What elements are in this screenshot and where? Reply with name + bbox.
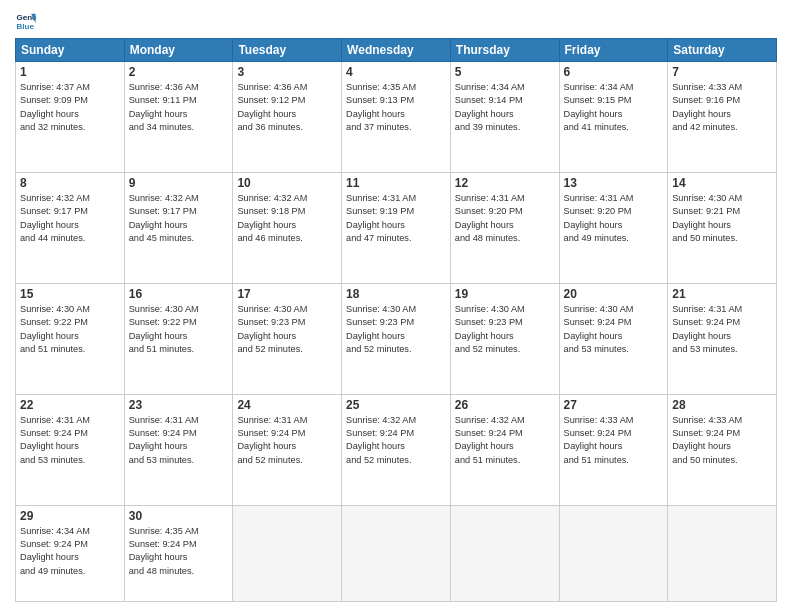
calendar-cell: 7Sunrise: 4:33 AMSunset: 9:16 PMDaylight… <box>668 62 777 173</box>
svg-text:Blue: Blue <box>16 22 34 31</box>
calendar-cell: 26Sunrise: 4:32 AMSunset: 9:24 PMDayligh… <box>450 394 559 505</box>
calendar-cell <box>559 505 668 601</box>
day-number: 19 <box>455 287 555 301</box>
weekday-header-sunday: Sunday <box>16 39 125 62</box>
day-info: Sunrise: 4:32 AMSunset: 9:18 PMDaylight … <box>237 192 337 245</box>
day-number: 2 <box>129 65 229 79</box>
day-info: Sunrise: 4:30 AMSunset: 9:22 PMDaylight … <box>20 303 120 356</box>
day-number: 22 <box>20 398 120 412</box>
day-info: Sunrise: 4:30 AMSunset: 9:24 PMDaylight … <box>564 303 664 356</box>
calendar-week-5: 29Sunrise: 4:34 AMSunset: 9:24 PMDayligh… <box>16 505 777 601</box>
calendar-cell: 1Sunrise: 4:37 AMSunset: 9:09 PMDaylight… <box>16 62 125 173</box>
calendar-cell: 9Sunrise: 4:32 AMSunset: 9:17 PMDaylight… <box>124 172 233 283</box>
calendar-cell: 8Sunrise: 4:32 AMSunset: 9:17 PMDaylight… <box>16 172 125 283</box>
day-number: 10 <box>237 176 337 190</box>
weekday-header-monday: Monday <box>124 39 233 62</box>
day-number: 3 <box>237 65 337 79</box>
day-number: 25 <box>346 398 446 412</box>
day-info: Sunrise: 4:30 AMSunset: 9:23 PMDaylight … <box>455 303 555 356</box>
day-number: 26 <box>455 398 555 412</box>
day-info: Sunrise: 4:31 AMSunset: 9:24 PMDaylight … <box>20 414 120 467</box>
day-info: Sunrise: 4:31 AMSunset: 9:24 PMDaylight … <box>672 303 772 356</box>
day-number: 14 <box>672 176 772 190</box>
day-info: Sunrise: 4:31 AMSunset: 9:24 PMDaylight … <box>129 414 229 467</box>
day-info: Sunrise: 4:37 AMSunset: 9:09 PMDaylight … <box>20 81 120 134</box>
calendar-cell <box>342 505 451 601</box>
day-info: Sunrise: 4:34 AMSunset: 9:14 PMDaylight … <box>455 81 555 134</box>
calendar-cell <box>668 505 777 601</box>
calendar-cell <box>450 505 559 601</box>
day-info: Sunrise: 4:32 AMSunset: 9:24 PMDaylight … <box>455 414 555 467</box>
day-number: 20 <box>564 287 664 301</box>
calendar-cell: 24Sunrise: 4:31 AMSunset: 9:24 PMDayligh… <box>233 394 342 505</box>
calendar-cell: 11Sunrise: 4:31 AMSunset: 9:19 PMDayligh… <box>342 172 451 283</box>
calendar-cell: 5Sunrise: 4:34 AMSunset: 9:14 PMDaylight… <box>450 62 559 173</box>
calendar-cell: 3Sunrise: 4:36 AMSunset: 9:12 PMDaylight… <box>233 62 342 173</box>
day-info: Sunrise: 4:30 AMSunset: 9:23 PMDaylight … <box>237 303 337 356</box>
logo-icon: General Blue <box>15 10 37 32</box>
calendar-cell: 13Sunrise: 4:31 AMSunset: 9:20 PMDayligh… <box>559 172 668 283</box>
calendar-cell: 6Sunrise: 4:34 AMSunset: 9:15 PMDaylight… <box>559 62 668 173</box>
calendar-cell: 18Sunrise: 4:30 AMSunset: 9:23 PMDayligh… <box>342 283 451 394</box>
day-number: 23 <box>129 398 229 412</box>
calendar-cell: 23Sunrise: 4:31 AMSunset: 9:24 PMDayligh… <box>124 394 233 505</box>
day-info: Sunrise: 4:30 AMSunset: 9:23 PMDaylight … <box>346 303 446 356</box>
calendar-cell: 19Sunrise: 4:30 AMSunset: 9:23 PMDayligh… <box>450 283 559 394</box>
calendar-cell: 21Sunrise: 4:31 AMSunset: 9:24 PMDayligh… <box>668 283 777 394</box>
day-number: 21 <box>672 287 772 301</box>
day-number: 1 <box>20 65 120 79</box>
day-number: 7 <box>672 65 772 79</box>
day-info: Sunrise: 4:30 AMSunset: 9:22 PMDaylight … <box>129 303 229 356</box>
day-number: 24 <box>237 398 337 412</box>
calendar-week-4: 22Sunrise: 4:31 AMSunset: 9:24 PMDayligh… <box>16 394 777 505</box>
day-info: Sunrise: 4:31 AMSunset: 9:20 PMDaylight … <box>564 192 664 245</box>
calendar-cell: 10Sunrise: 4:32 AMSunset: 9:18 PMDayligh… <box>233 172 342 283</box>
calendar-cell: 30Sunrise: 4:35 AMSunset: 9:24 PMDayligh… <box>124 505 233 601</box>
day-number: 29 <box>20 509 120 523</box>
calendar-cell: 28Sunrise: 4:33 AMSunset: 9:24 PMDayligh… <box>668 394 777 505</box>
day-info: Sunrise: 4:35 AMSunset: 9:13 PMDaylight … <box>346 81 446 134</box>
day-number: 30 <box>129 509 229 523</box>
weekday-header-tuesday: Tuesday <box>233 39 342 62</box>
day-number: 13 <box>564 176 664 190</box>
calendar-cell: 29Sunrise: 4:34 AMSunset: 9:24 PMDayligh… <box>16 505 125 601</box>
day-number: 27 <box>564 398 664 412</box>
day-info: Sunrise: 4:32 AMSunset: 9:17 PMDaylight … <box>20 192 120 245</box>
day-number: 15 <box>20 287 120 301</box>
day-number: 18 <box>346 287 446 301</box>
day-number: 8 <box>20 176 120 190</box>
day-info: Sunrise: 4:33 AMSunset: 9:24 PMDaylight … <box>564 414 664 467</box>
weekday-header-wednesday: Wednesday <box>342 39 451 62</box>
weekday-header-saturday: Saturday <box>668 39 777 62</box>
day-number: 12 <box>455 176 555 190</box>
day-info: Sunrise: 4:33 AMSunset: 9:16 PMDaylight … <box>672 81 772 134</box>
day-info: Sunrise: 4:31 AMSunset: 9:20 PMDaylight … <box>455 192 555 245</box>
calendar-cell: 2Sunrise: 4:36 AMSunset: 9:11 PMDaylight… <box>124 62 233 173</box>
day-number: 9 <box>129 176 229 190</box>
weekday-header-friday: Friday <box>559 39 668 62</box>
day-number: 4 <box>346 65 446 79</box>
calendar-cell: 22Sunrise: 4:31 AMSunset: 9:24 PMDayligh… <box>16 394 125 505</box>
calendar-cell: 4Sunrise: 4:35 AMSunset: 9:13 PMDaylight… <box>342 62 451 173</box>
calendar-cell: 14Sunrise: 4:30 AMSunset: 9:21 PMDayligh… <box>668 172 777 283</box>
calendar-cell <box>233 505 342 601</box>
day-info: Sunrise: 4:33 AMSunset: 9:24 PMDaylight … <box>672 414 772 467</box>
calendar-cell: 20Sunrise: 4:30 AMSunset: 9:24 PMDayligh… <box>559 283 668 394</box>
day-number: 16 <box>129 287 229 301</box>
day-number: 28 <box>672 398 772 412</box>
day-info: Sunrise: 4:36 AMSunset: 9:11 PMDaylight … <box>129 81 229 134</box>
calendar-week-1: 1Sunrise: 4:37 AMSunset: 9:09 PMDaylight… <box>16 62 777 173</box>
calendar-cell: 15Sunrise: 4:30 AMSunset: 9:22 PMDayligh… <box>16 283 125 394</box>
day-info: Sunrise: 4:34 AMSunset: 9:24 PMDaylight … <box>20 525 120 578</box>
day-info: Sunrise: 4:31 AMSunset: 9:19 PMDaylight … <box>346 192 446 245</box>
page: General Blue SundayMondayTuesdayWednesda… <box>0 0 792 612</box>
calendar-cell: 12Sunrise: 4:31 AMSunset: 9:20 PMDayligh… <box>450 172 559 283</box>
weekday-header-thursday: Thursday <box>450 39 559 62</box>
day-info: Sunrise: 4:32 AMSunset: 9:24 PMDaylight … <box>346 414 446 467</box>
logo: General Blue <box>15 10 39 32</box>
calendar-week-2: 8Sunrise: 4:32 AMSunset: 9:17 PMDaylight… <box>16 172 777 283</box>
calendar-week-3: 15Sunrise: 4:30 AMSunset: 9:22 PMDayligh… <box>16 283 777 394</box>
day-info: Sunrise: 4:34 AMSunset: 9:15 PMDaylight … <box>564 81 664 134</box>
calendar-cell: 17Sunrise: 4:30 AMSunset: 9:23 PMDayligh… <box>233 283 342 394</box>
calendar-cell: 25Sunrise: 4:32 AMSunset: 9:24 PMDayligh… <box>342 394 451 505</box>
